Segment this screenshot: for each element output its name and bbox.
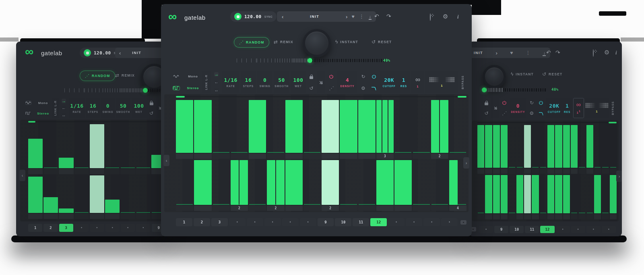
seq-step-7[interactable]: [524, 175, 531, 219]
seq-step-4[interactable]: [231, 100, 248, 159]
seq-bar[interactable]: [555, 175, 562, 213]
seq-bar[interactable]: [563, 175, 570, 213]
mono-button[interactable]: Mono: [37, 101, 49, 105]
stop-button[interactable]: [84, 49, 91, 56]
favorite-icon[interactable]: ♥: [351, 14, 354, 19]
pattern-cell-1[interactable]: •: [479, 226, 493, 233]
direction-left-button[interactable]: ←: [62, 106, 66, 110]
randomness-slider[interactable]: [237, 58, 386, 63]
seq-step-4[interactable]: [74, 175, 89, 219]
seq-step-8[interactable]: [532, 175, 539, 219]
pattern-cell-3[interactable]: 10: [510, 226, 524, 233]
instant-mode-button[interactable]: ϟ INSTANT: [335, 40, 358, 44]
loop-length-control[interactable]: ∞ 1: [411, 71, 425, 94]
seq-bar[interactable]: [249, 100, 266, 153]
stop-button[interactable]: [234, 13, 242, 20]
loop-range-top[interactable]: [28, 121, 166, 123]
seq-step-6[interactable]: [267, 100, 284, 159]
seq-step-3[interactable]: [213, 160, 230, 211]
seq-bar-current[interactable]: [90, 124, 104, 168]
settings-gear-icon[interactable]: ⚙: [443, 13, 448, 19]
bypass-toggle[interactable]: BYPASS: [610, 98, 615, 118]
filter-settings-button[interactable]: ⚙: [530, 111, 534, 116]
sequencer-bottom[interactable]: [28, 175, 166, 219]
seq-step-14[interactable]: [413, 160, 430, 211]
seq-bar[interactable]: [285, 160, 303, 205]
save-preset-icon[interactable]: ↓: [543, 51, 545, 55]
seq-bar[interactable]: [28, 177, 43, 213]
seq-step-15[interactable]: [586, 175, 593, 219]
pattern-cell-10[interactable]: 10: [335, 218, 351, 226]
seq-step-8[interactable]: [136, 124, 151, 174]
seq-step-5[interactable]: [249, 100, 266, 159]
smooth-control[interactable]: 50SMOOTH: [274, 71, 289, 94]
seq-step-11[interactable]: [358, 160, 376, 211]
seq-step-5[interactable]: [90, 175, 104, 219]
pattern-cell-14[interactable]: •: [406, 218, 422, 226]
seq-bar[interactable]: [547, 175, 554, 213]
pattern-cell-3[interactable]: 3: [211, 218, 228, 226]
seq-step-8[interactable]: [532, 125, 539, 174]
noise-variation-control[interactable]: 1: [585, 98, 609, 118]
seq-bar[interactable]: [59, 158, 73, 168]
preset-name[interactable]: INIT: [132, 51, 141, 55]
seq-step-15[interactable]: [586, 125, 593, 174]
info-icon[interactable]: i: [615, 50, 617, 56]
pattern-cell-8[interactable]: •: [136, 224, 150, 232]
sequencer-bottom[interactable]: 2224: [176, 160, 466, 211]
random-mode-button[interactable]: ⋰ RANDOM: [80, 71, 115, 81]
seq-bar[interactable]: [43, 197, 58, 213]
seq-step-8[interactable]: [303, 160, 321, 211]
lock-button[interactable]: [484, 100, 488, 105]
seq-step-2[interactable]: [485, 175, 492, 219]
sync-label[interactable]: SYNC: [264, 15, 272, 18]
randomness-slider[interactable]: [482, 88, 546, 92]
direction-left-button[interactable]: ←: [214, 80, 219, 84]
seq-bar[interactable]: [382, 100, 388, 153]
seq-step-9[interactable]: [540, 175, 547, 219]
settings-gear-icon[interactable]: ⚙: [604, 49, 609, 55]
seq-step-15[interactable]: 2: [431, 100, 448, 159]
link-lr-toggle[interactable]: LINK L-R: [52, 98, 59, 118]
steps-control[interactable]: 16STEPS: [241, 71, 256, 94]
seq-step-10[interactable]: [547, 125, 554, 174]
midi-icon[interactable]: [430, 13, 431, 21]
seq-step-11[interactable]: [555, 175, 562, 219]
seq-step-1[interactable]: [477, 175, 484, 219]
seq-step-11[interactable]: [358, 100, 376, 159]
seq-step-6[interactable]: [516, 175, 523, 219]
preset-prev-icon[interactable]: ‹: [119, 50, 121, 56]
pattern-link-icon[interactable]: [460, 220, 466, 225]
sequencer-top[interactable]: [28, 124, 166, 174]
seq-step-4[interactable]: [501, 175, 508, 219]
preset-next-icon[interactable]: ›: [496, 50, 497, 56]
filter-reroll-button[interactable]: ↻: [530, 100, 534, 105]
seq-step-13[interactable]: [571, 125, 578, 174]
sequencer-top[interactable]: [477, 125, 617, 174]
density-power-button[interactable]: [329, 74, 334, 79]
seq-step-12[interactable]: [563, 125, 570, 174]
seq-bar[interactable]: [239, 160, 248, 205]
mono-button[interactable]: Mono: [187, 75, 199, 78]
seq-bar[interactable]: [594, 175, 601, 213]
reroll-button[interactable]: ↺: [310, 86, 314, 91]
seq-step-7[interactable]: [285, 100, 303, 159]
instant-mode-button[interactable]: ϟ INSTANT: [511, 72, 534, 77]
preset-name[interactable]: INIT: [283, 15, 346, 19]
density-random-button[interactable]: ⋰: [329, 86, 334, 91]
seq-bar[interactable]: [516, 175, 523, 213]
seq-bar[interactable]: [563, 125, 570, 168]
random-mode-button[interactable]: ⋰ RANDOM: [234, 37, 269, 48]
pattern-cell-8[interactable]: •: [300, 218, 316, 226]
no-snap-button[interactable]: [491, 98, 499, 118]
preset-menu-icon[interactable]: ⋮: [359, 14, 364, 19]
direction-pingpong-button[interactable]: ↔: [62, 113, 66, 117]
pattern-cell-7[interactable]: •: [571, 226, 585, 233]
seq-bar[interactable]: [176, 100, 193, 153]
remix-mode-button[interactable]: ⇄ REMIX: [115, 73, 135, 78]
seq-bar-current[interactable]: [90, 175, 104, 213]
seq-step-18[interactable]: [610, 125, 617, 174]
midi-icon[interactable]: [593, 49, 594, 57]
seq-step-11[interactable]: [555, 125, 562, 174]
seq-step-6[interactable]: [105, 175, 120, 219]
